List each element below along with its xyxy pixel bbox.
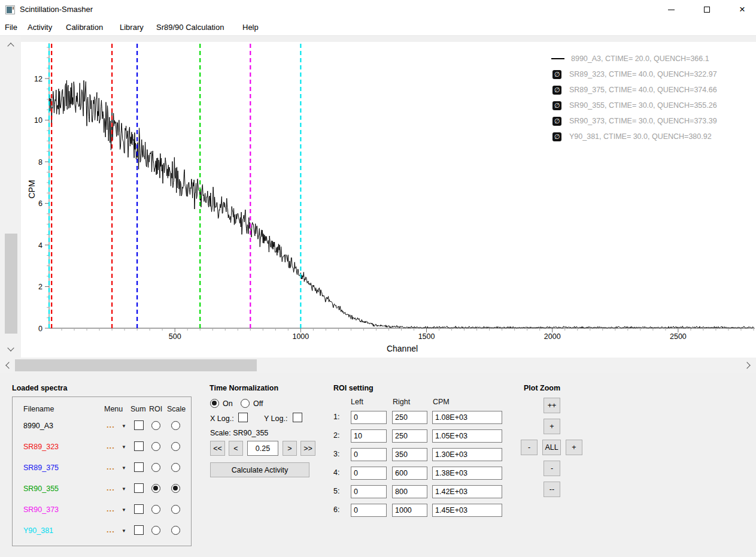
spectrum-menu-dropdown[interactable]: ...: [107, 525, 115, 534]
chevron-left-icon: [5, 362, 12, 368]
menu-activity[interactable]: Activity: [28, 23, 52, 32]
controls-panel: Loaded spectra Filename Menu Sum ROI Sca…: [0, 373, 756, 557]
scroll-down-button[interactable]: [5, 343, 16, 353]
dropdown-caret-icon[interactable]: ▼: [122, 465, 126, 471]
spectrum-filename: 8990_A3: [23, 422, 53, 430]
column-header-menu: Menu: [104, 405, 123, 413]
roi-cpm-output[interactable]: [432, 429, 502, 443]
sum-checkbox[interactable]: [134, 462, 144, 472]
zoom-all-button[interactable]: ALL: [542, 440, 561, 455]
pan-left-button[interactable]: -: [521, 440, 538, 455]
roi-left-input[interactable]: [351, 411, 387, 424]
ylog-checkbox[interactable]: [293, 413, 302, 422]
spectrum-menu-dropdown[interactable]: ...: [107, 462, 115, 471]
roi-right-input[interactable]: [392, 429, 427, 443]
roi-radio[interactable]: [151, 505, 160, 514]
roi-header-left: Left: [351, 398, 363, 406]
scale-value-input[interactable]: [247, 441, 278, 456]
time-norm-off-radio[interactable]: [241, 399, 250, 408]
dropdown-caret-icon[interactable]: ▼: [122, 507, 126, 513]
dropdown-caret-icon[interactable]: ▼: [122, 444, 126, 450]
pan-right-button[interactable]: +: [566, 440, 582, 455]
roi-left-input[interactable]: [351, 504, 387, 517]
spectrum-filename: SR90_355: [23, 485, 59, 493]
scale-radio[interactable]: [171, 526, 180, 535]
svg-text:1000: 1000: [292, 332, 309, 341]
legend-item: ∅SR89_375, CTIME= 40.0, QUENCH=374.66: [551, 84, 717, 95]
dropdown-caret-icon[interactable]: ▼: [122, 486, 126, 492]
plot-canvas[interactable]: 5001000150020002500024681012 CPM Channel…: [21, 42, 756, 358]
menu-help[interactable]: Help: [242, 23, 259, 32]
spectrum-filename: SR90_373: [23, 505, 59, 514]
roi-left-input[interactable]: [351, 448, 387, 461]
roi-cpm-output[interactable]: [432, 467, 502, 480]
scroll-up-button[interactable]: [5, 41, 16, 52]
menu-calibration[interactable]: Calibration: [66, 23, 103, 32]
roi-left-input[interactable]: [351, 485, 387, 498]
scale-radio[interactable]: [171, 421, 180, 430]
roi-radio[interactable]: [151, 526, 160, 535]
roi-right-input[interactable]: [392, 411, 427, 424]
roi-radio[interactable]: [151, 484, 160, 493]
scroll-right-button[interactable]: [742, 360, 752, 371]
menu-sr8990-calculation[interactable]: Sr89/90 Calculation: [156, 23, 224, 32]
horizontal-scrollbar-thumb[interactable]: [15, 359, 257, 371]
roi-cpm-output[interactable]: [432, 411, 502, 424]
roi-left-input[interactable]: [351, 429, 387, 443]
zoom-out-button[interactable]: -: [544, 461, 560, 476]
roi-cpm-output[interactable]: [432, 504, 502, 517]
close-button[interactable]: ×: [728, 0, 756, 19]
roi-radio[interactable]: [151, 421, 160, 430]
roi-right-input[interactable]: [392, 467, 427, 480]
xlog-checkbox[interactable]: [238, 413, 248, 422]
scale-increase-button[interactable]: >: [283, 441, 297, 456]
roi-cpm-output[interactable]: [432, 448, 502, 461]
sum-checkbox[interactable]: [134, 483, 144, 493]
zoom-out-fast-button[interactable]: --: [544, 482, 560, 497]
sum-checkbox[interactable]: [134, 504, 144, 514]
scroll-left-button[interactable]: [4, 360, 14, 371]
roi-right-input[interactable]: [392, 485, 427, 498]
sum-checkbox[interactable]: [134, 420, 144, 430]
spectrum-menu-dropdown[interactable]: ...: [107, 483, 115, 492]
time-norm-on-radio[interactable]: [210, 399, 219, 408]
roi-right-input[interactable]: [392, 448, 427, 461]
time-normalization-title: Time Normalization: [210, 384, 278, 392]
dropdown-caret-icon[interactable]: ▼: [122, 423, 126, 429]
window-title: Scintillation-Smasher: [20, 5, 93, 14]
sum-checkbox[interactable]: [134, 441, 144, 451]
spectrum-menu-dropdown[interactable]: ...: [107, 504, 115, 513]
maximize-button[interactable]: [693, 0, 721, 19]
vertical-scrollbar-thumb[interactable]: [5, 234, 17, 334]
roi-radio[interactable]: [151, 463, 160, 472]
spectrum-menu-dropdown[interactable]: ...: [107, 420, 115, 429]
calculate-activity-button[interactable]: Calculate Activity: [210, 462, 309, 477]
scale-radio[interactable]: [171, 484, 180, 493]
scale-radio[interactable]: [171, 442, 180, 451]
zoom-in-fast-button[interactable]: ++: [544, 398, 560, 413]
scale-fast-increase-button[interactable]: >>: [300, 441, 315, 456]
dropdown-caret-icon[interactable]: ▼: [122, 528, 126, 534]
hidden-spectrum-icon: ∅: [552, 132, 561, 141]
roi-cpm-output[interactable]: [432, 485, 502, 498]
horizontal-scrollbar[interactable]: [0, 358, 756, 373]
spectrum-menu-dropdown[interactable]: ...: [107, 441, 115, 450]
sum-checkbox[interactable]: [134, 525, 144, 535]
svg-text:12: 12: [34, 75, 42, 83]
roi-left-input[interactable]: [351, 467, 387, 480]
minimize-icon: [668, 10, 675, 10]
roi-radio[interactable]: [151, 442, 160, 451]
svg-text:4: 4: [38, 241, 42, 250]
menu-library[interactable]: Library: [120, 23, 144, 32]
xlog-label: X Log.:: [210, 414, 234, 423]
scale-radio[interactable]: [171, 463, 180, 472]
vertical-scrollbar[interactable]: [0, 36, 21, 358]
minimize-button[interactable]: [657, 0, 685, 19]
zoom-in-button[interactable]: +: [544, 419, 560, 434]
svg-text:2000: 2000: [544, 332, 561, 341]
scale-fast-decrease-button[interactable]: <<: [210, 441, 225, 456]
menu-file[interactable]: File: [5, 23, 17, 32]
scale-radio[interactable]: [171, 505, 180, 514]
scale-decrease-button[interactable]: <: [229, 441, 243, 456]
roi-right-input[interactable]: [392, 504, 427, 517]
